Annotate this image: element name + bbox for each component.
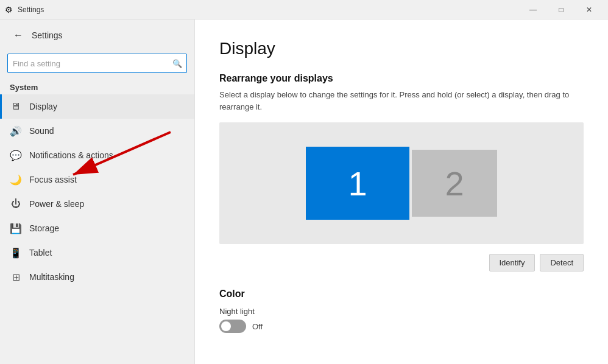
power-icon: ⏻ [10, 198, 22, 210]
storage-icon: 💾 [10, 222, 22, 234]
rearrange-desc: Select a display below to change the set… [219, 89, 584, 113]
sidebar: ← Settings 🔍 System 🖥 Display 🔊 Sound 💬 … [0, 19, 195, 364]
sidebar-item-notifications-label: Notifications & actions [29, 150, 113, 160]
search-icon: 🔍 [172, 59, 182, 68]
content-area: Display Rearrange your displays Select a… [195, 19, 608, 364]
sidebar-item-display[interactable]: 🖥 Display [0, 94, 194, 119]
night-light-label: Night light [219, 307, 584, 316]
display-2-label: 2 [445, 164, 464, 203]
search-box-container: 🔍 [7, 54, 187, 73]
sidebar-item-focus-label: Focus assist [29, 175, 77, 184]
sidebar-item-multitasking[interactable]: ⊞ Multitasking [0, 265, 194, 289]
title-bar-title: Settings [18, 5, 519, 14]
sidebar-item-storage-label: Storage [29, 223, 59, 233]
display-actions: Identify Detect [219, 254, 584, 271]
system-section-label: System [0, 78, 194, 94]
page-title: Display [219, 39, 584, 58]
sidebar-item-notifications[interactable]: 💬 Notifications & actions [0, 143, 194, 167]
sidebar-item-focus[interactable]: 🌙 Focus assist [0, 167, 194, 192]
rearrange-heading: Rearrange your displays [219, 73, 584, 84]
sidebar-item-multitasking-label: Multitasking [29, 272, 74, 282]
sidebar-header-title: Settings [32, 30, 63, 40]
sidebar-top: ← Settings [0, 19, 194, 51]
sidebar-item-sound[interactable]: 🔊 Sound [0, 119, 194, 143]
title-bar-controls: — □ ✕ [519, 0, 603, 19]
sound-icon: 🔊 [10, 125, 22, 137]
search-input[interactable] [7, 54, 187, 73]
tablet-icon: 📱 [10, 247, 22, 259]
back-button[interactable]: ← [10, 27, 27, 44]
night-light-toggle[interactable] [219, 320, 246, 333]
sidebar-item-power[interactable]: ⏻ Power & sleep [0, 192, 194, 216]
multitasking-icon: ⊞ [10, 271, 22, 283]
main-layout: ← Settings 🔍 System 🖥 Display 🔊 Sound 💬 … [0, 19, 608, 364]
sidebar-item-storage[interactable]: 💾 Storage [0, 216, 194, 240]
sidebar-item-sound-label: Sound [29, 126, 54, 136]
notifications-icon: 💬 [10, 149, 22, 161]
toggle-row: Off [219, 320, 584, 333]
maximize-button[interactable]: □ [547, 0, 575, 19]
display-icon: 🖥 [10, 100, 22, 113]
sidebar-item-power-label: Power & sleep [29, 199, 84, 209]
minimize-button[interactable]: — [519, 0, 547, 19]
display-1-label: 1 [348, 164, 367, 203]
sidebar-item-tablet[interactable]: 📱 Tablet [0, 240, 194, 265]
close-button[interactable]: ✕ [575, 0, 603, 19]
sidebar-item-tablet-label: Tablet [29, 248, 52, 257]
title-bar: ⚙ Settings — □ ✕ [0, 0, 608, 19]
display-preview: 1 2 [219, 122, 584, 244]
color-section-heading: Color [219, 289, 584, 299]
identify-button[interactable]: Identify [489, 254, 536, 271]
display-1[interactable]: 1 [306, 147, 409, 220]
toggle-state-label: Off [252, 322, 263, 331]
detect-button[interactable]: Detect [540, 254, 584, 271]
display-2[interactable]: 2 [412, 150, 497, 217]
sidebar-item-display-label: Display [29, 102, 57, 111]
settings-icon: ⚙ [5, 5, 13, 15]
focus-icon: 🌙 [10, 173, 22, 186]
